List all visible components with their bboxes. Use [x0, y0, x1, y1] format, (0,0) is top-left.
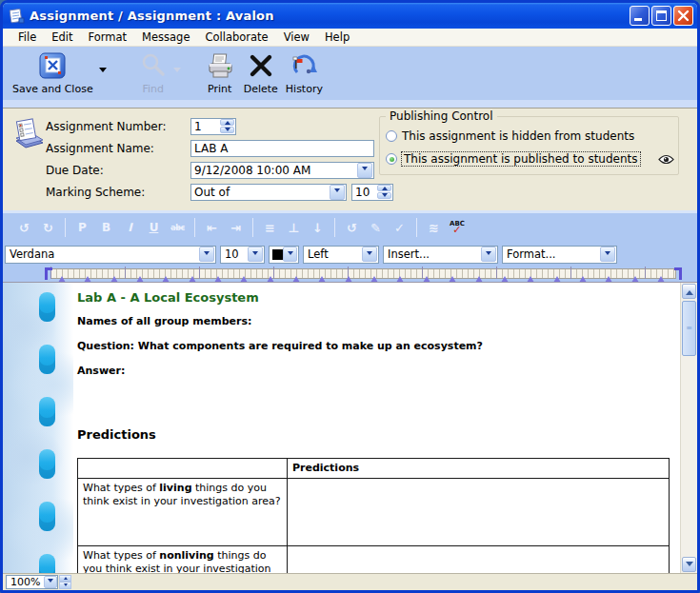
spin-down-icon[interactable] [377, 192, 391, 199]
hidden-option-row[interactable]: This assignment is hidden from students [386, 127, 676, 146]
ruler[interactable] [3, 267, 697, 282]
left-margin-marker[interactable] [45, 267, 52, 280]
format-combobox[interactable]: Format... [502, 246, 617, 264]
menu-format[interactable]: Format [81, 29, 135, 46]
vertical-scrollbar[interactable]: ≡ [680, 283, 697, 573]
print-button[interactable]: Print [206, 50, 234, 98]
find-button[interactable]: Find [139, 50, 168, 98]
font-size-combobox[interactable]: 10 [220, 246, 265, 264]
zoom-up-icon[interactable] [59, 575, 71, 583]
scroll-up-button[interactable] [682, 284, 696, 299]
assignment-name-field[interactable] [190, 140, 374, 157]
menu-edit[interactable]: Edit [44, 29, 80, 46]
published-radio-button[interactable] [386, 153, 397, 165]
scroll-down-button[interactable] [682, 557, 696, 572]
prediction-cell[interactable] [288, 479, 670, 546]
due-date-dropdown-icon[interactable] [357, 163, 372, 178]
marking-scheme-combobox[interactable]: Out of [190, 184, 347, 201]
decoration-droplet [39, 554, 55, 573]
save-and-close-button[interactable]: Save and Close [12, 50, 93, 98]
move-down-icon[interactable]: ↓ [310, 221, 326, 235]
delete-button[interactable]: Delete [244, 50, 278, 98]
menu-message[interactable]: Message [134, 29, 197, 46]
hidden-radio-button[interactable] [386, 130, 397, 142]
maximize-button[interactable] [651, 6, 671, 26]
document-editor[interactable]: Lab A - A Local Ecosystem Names of all g… [3, 282, 697, 573]
formatting-toolbar: ↺ ↻ P B I U abc ⇤ ⇥ ≡ ⊥ ↓ ↺ ✎ ✓ ≋ ABC ✓ [3, 213, 697, 242]
decoration-droplet [39, 345, 55, 374]
spellcheck-icon[interactable]: ABC ✓ [450, 221, 465, 235]
undo-icon[interactable]: ↺ [16, 221, 32, 235]
redo-icon[interactable]: ↻ [40, 221, 56, 235]
due-date-value: 9/12/2008 10:00 AM [191, 164, 357, 177]
accept-icon[interactable]: ✓ [391, 221, 408, 235]
right-margin-marker[interactable] [674, 267, 682, 280]
marking-scheme-value: Out of [191, 186, 330, 199]
assignment-number-spin-buttons[interactable] [220, 119, 234, 134]
insert-value: Insert... [384, 247, 481, 261]
insert-dropdown-icon[interactable] [481, 247, 496, 262]
zoom-combobox[interactable]: 100% [6, 575, 58, 589]
outdent-icon[interactable]: ⇤ [204, 221, 220, 235]
revert-icon[interactable]: ↺ [344, 221, 360, 235]
close-icon [674, 7, 692, 25]
strikethrough-icon[interactable]: abc [170, 224, 186, 232]
bold-icon[interactable]: B [98, 221, 114, 234]
minimize-button[interactable] [630, 6, 650, 26]
font-color-dropdown-icon[interactable] [283, 247, 297, 262]
question-cell-living[interactable]: What types of living things do you think… [78, 479, 288, 546]
paragraph-style-icon[interactable]: P [74, 221, 90, 234]
prediction-cell[interactable] [288, 546, 670, 574]
insert-combobox[interactable]: Insert... [383, 246, 498, 264]
minimize-icon [634, 18, 642, 21]
table-header-predictions[interactable]: Predictions [288, 459, 670, 479]
delete-label: Delete [244, 83, 278, 95]
assignment-number-value: 1 [191, 120, 220, 133]
published-option-row[interactable]: This assignment is published to students [386, 149, 676, 168]
zoom-dropdown-icon[interactable] [44, 576, 57, 588]
menu-view[interactable]: View [276, 29, 317, 46]
font-family-combobox[interactable]: Verdana [5, 246, 216, 264]
spin-up-icon[interactable] [220, 119, 234, 126]
menu-file[interactable]: File [10, 29, 44, 46]
question-cell-nonliving[interactable]: What types of nonliving things do you th… [78, 546, 288, 574]
menu-bar: File Edit Format Message Collaborate Vie… [3, 29, 697, 47]
assignment-number-stepper[interactable]: 1 [190, 118, 236, 135]
indent-icon[interactable]: ⇥ [228, 221, 244, 235]
menu-help[interactable]: Help [317, 29, 357, 46]
assignment-name-label: Assignment Name: [46, 142, 190, 155]
marking-scheme-label: Marking Scheme: [46, 186, 190, 199]
zoom-down-icon[interactable] [59, 582, 71, 589]
sort-icon[interactable]: ≡ [262, 221, 278, 235]
document-content[interactable]: Lab A - A Local Ecosystem Names of all g… [77, 283, 672, 573]
spin-down-icon[interactable] [220, 127, 234, 133]
pen-icon[interactable]: ✎ [368, 221, 384, 235]
due-date-combobox[interactable]: 9/12/2008 10:00 AM [190, 162, 374, 179]
font-color-combobox[interactable] [269, 246, 299, 264]
signature-icon[interactable]: ≋ [426, 221, 442, 235]
delete-icon [248, 50, 274, 81]
align-baseline-icon[interactable]: ⊥ [286, 221, 302, 235]
alignment-combobox[interactable]: Left [303, 246, 379, 264]
scrollbar-thumb[interactable]: ≡ [682, 301, 696, 356]
table-header-empty-cell[interactable] [78, 459, 288, 479]
format-dropdown-icon[interactable] [600, 247, 615, 262]
close-button[interactable] [673, 6, 693, 26]
spin-up-icon[interactable] [377, 185, 391, 191]
underline-icon[interactable]: U [146, 221, 162, 234]
alignment-dropdown-icon[interactable] [362, 247, 377, 262]
font-size-dropdown-icon[interactable] [248, 247, 263, 262]
marking-points-stepper[interactable]: 10 [351, 184, 393, 201]
print-label: Print [208, 83, 231, 95]
save-and-close-dropdown-arrow[interactable] [99, 68, 107, 76]
history-button[interactable]: History [286, 50, 323, 98]
marking-scheme-dropdown-icon[interactable] [330, 185, 345, 200]
zoom-stepper[interactable] [59, 575, 71, 589]
menu-collaborate[interactable]: Collaborate [197, 29, 275, 46]
find-dropdown-arrow[interactable] [173, 68, 181, 76]
ruler-tabstops[interactable] [58, 272, 665, 280]
marking-points-spin-buttons[interactable] [377, 185, 391, 200]
font-family-dropdown-icon[interactable] [199, 247, 214, 262]
italic-icon[interactable]: I [122, 221, 138, 234]
app-window: Assignment / Assignment : Avalon File Ed… [0, 0, 700, 593]
